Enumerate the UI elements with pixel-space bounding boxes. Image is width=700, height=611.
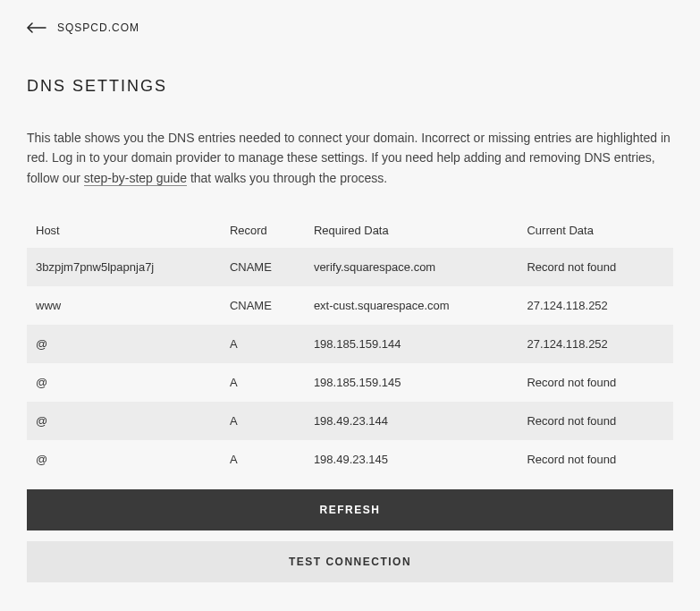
cell-required: 198.185.159.145 <box>305 363 519 402</box>
header-row: SQSPCD.COM <box>27 21 673 34</box>
cell-record: A <box>221 325 305 363</box>
refresh-button[interactable]: REFRESH <box>27 489 673 530</box>
cell-current: Record not found <box>518 248 673 286</box>
col-header-required: Required Data <box>305 213 519 248</box>
table-row: 3bzpjm7pnw5lpapnja7jCNAMEverify.squaresp… <box>27 248 673 286</box>
back-arrow-icon[interactable] <box>27 22 46 33</box>
cell-record: A <box>221 363 305 402</box>
cell-host: @ <box>27 325 221 363</box>
cell-required: verify.squarespace.com <box>305 248 519 286</box>
test-connection-button[interactable]: TEST CONNECTION <box>27 541 673 582</box>
description: This table shows you the DNS entries nee… <box>27 128 673 188</box>
cell-required: 198.49.23.144 <box>305 402 519 440</box>
table-row: @A198.185.159.14427.124.118.252 <box>27 325 673 363</box>
cell-host: www <box>27 286 221 325</box>
table-row: wwwCNAMEext-cust.squarespace.com27.124.1… <box>27 286 673 325</box>
cell-required: ext-cust.squarespace.com <box>305 286 519 325</box>
cell-required: 198.185.159.144 <box>305 325 519 363</box>
cell-current: 27.124.118.252 <box>518 286 673 325</box>
cell-current: Record not found <box>518 440 673 479</box>
cell-record: CNAME <box>221 286 305 325</box>
cell-record: CNAME <box>221 248 305 286</box>
page-title: DNS SETTINGS <box>27 77 673 96</box>
cell-host: @ <box>27 440 221 479</box>
cell-host: @ <box>27 402 221 440</box>
cell-record: A <box>221 440 305 479</box>
cell-record: A <box>221 402 305 440</box>
table-header-row: Host Record Required Data Current Data <box>27 213 673 248</box>
description-text-suffix: that walks you through the process. <box>187 171 387 185</box>
cell-host: 3bzpjm7pnw5lpapnja7j <box>27 248 221 286</box>
cell-current: Record not found <box>518 363 673 402</box>
cell-current: Record not found <box>518 402 673 440</box>
cell-required: 198.49.23.145 <box>305 440 519 479</box>
table-row: @A198.49.23.144Record not found <box>27 402 673 440</box>
table-row: @A198.49.23.145Record not found <box>27 440 673 479</box>
col-header-current: Current Data <box>518 213 673 248</box>
col-header-host: Host <box>27 213 221 248</box>
guide-link[interactable]: step-by-step guide <box>84 171 187 186</box>
cell-host: @ <box>27 363 221 402</box>
dns-table: Host Record Required Data Current Data 3… <box>27 213 673 479</box>
cell-current: 27.124.118.252 <box>518 325 673 363</box>
table-row: @A198.185.159.145Record not found <box>27 363 673 402</box>
breadcrumb[interactable]: SQSPCD.COM <box>57 21 139 34</box>
col-header-record: Record <box>221 213 305 248</box>
